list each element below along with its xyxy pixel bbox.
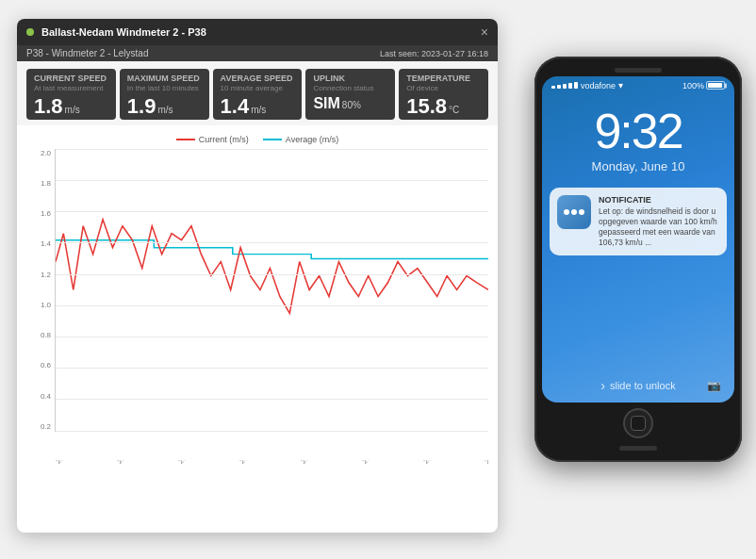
phone-date-display: Monday, June 10 (542, 159, 734, 173)
y-label-3: 1.6 (27, 209, 51, 218)
slide-arrow-icon: › (600, 378, 605, 393)
stat-card-max-speed: Maximum speed In the last 10 minutes 1.9… (120, 69, 209, 120)
wifi-icon: ▾ (618, 80, 623, 90)
window-title: Ballast-Nedam Windmeter 2 - P38 (26, 26, 206, 38)
legend-line-average (263, 139, 282, 140)
stat-unit-current: m/s (65, 105, 80, 115)
grid-line-1 (56, 149, 488, 150)
x-label-4: 27-01-2023 16:11:00 (238, 460, 287, 465)
grid-line-2 (56, 180, 488, 181)
y-label-10: 0.2 (27, 422, 51, 431)
legend-average: Average (m/s) (263, 135, 338, 144)
stat-card-uplink: Uplink Connection status SIM 80% (305, 69, 395, 120)
y-label-8: 0.6 (27, 361, 51, 370)
grid-line-10 (56, 431, 488, 432)
y-label-2: 1.8 (27, 179, 51, 188)
stat-sublabel-current: At last measurement (34, 84, 108, 92)
y-label-5: 1.2 (27, 271, 51, 279)
window-subtitle-bar: P38 - Windmeter 2 - Lelystad Last seen: … (17, 45, 498, 61)
phone-device: vodafone ▾ 100% 9:32 Monday, June 10 (534, 57, 742, 462)
stat-label-avg: Average speed (221, 74, 295, 84)
slide-unlock-text: slide to unlock (610, 380, 676, 391)
phone-carrier: vodafone ▾ (551, 80, 623, 90)
stat-card-temp: Temperature Of device 15.8 °C (399, 69, 488, 120)
grid-line-6 (56, 305, 488, 306)
notification-content: NOTIFICATIE Let op: de windsnelheid is d… (599, 195, 719, 248)
stat-sublabel-avg: 10 minute average (221, 84, 295, 92)
notification-title: NOTIFICATIE (599, 195, 719, 205)
notif-dot-3 (579, 209, 584, 215)
grid-line-4 (56, 242, 488, 243)
x-label-5: 27-01-2023 16:12:00 (300, 460, 348, 465)
grid-line-5 (56, 274, 488, 275)
y-label-6: 1.0 (27, 301, 51, 309)
notif-dot-1 (564, 209, 569, 215)
stats-row: Current speed At last measurement 1.8 m/… (17, 61, 498, 125)
home-button[interactable] (623, 408, 653, 438)
stat-value-avg: 1.4 (221, 96, 250, 117)
stat-label-max: Maximum speed (127, 74, 202, 84)
chart-legend: Current (m/s) Average (m/s) (26, 135, 488, 144)
phone-battery: 100% (682, 81, 725, 90)
battery-percentage: 100% (682, 81, 704, 90)
notification-card: NOTIFICATIE Let op: de windsnelheid is d… (550, 188, 727, 255)
home-button-inner (631, 416, 646, 431)
chart-svg (56, 149, 488, 431)
phone-top-speaker (615, 68, 662, 73)
x-axis: 27-01-2023 16:08:09 27-01-2023 16:09:00 … (55, 460, 488, 467)
chart-container: Current (m/s) Average (m/s) 2.0 1.8 (17, 125, 498, 465)
signal-dot-1 (551, 86, 555, 89)
x-label-7: 27-01-2023 16:14:00 (422, 460, 470, 465)
stat-card-current-speed: Current speed At last measurement 1.8 m/… (26, 69, 116, 120)
window-subtitle-text: P38 - Windmeter 2 - Lelystad (26, 48, 149, 58)
x-label-1: 27-01-2023 16:08:09 (55, 460, 103, 465)
phone-outer-shell: vodafone ▾ 100% 9:32 Monday, June 10 (534, 57, 742, 462)
stat-value-temp: 15.8 (406, 96, 447, 117)
x-label-2: 27-01-2023 16:09:00 (116, 460, 164, 465)
battery-fill (708, 83, 722, 88)
x-label-3: 27-01-2023 16:10:00 (177, 460, 225, 465)
battery-bar (706, 81, 725, 90)
y-axis: 2.0 1.8 1.6 1.4 1.2 1.0 0.8 0.6 0.4 0.2 (27, 149, 51, 431)
stat-card-avg-speed: Average speed 10 minute average 1.4 m/s (213, 69, 303, 120)
last-seen-text: Last seen: 2023-01-27 16:18 (380, 49, 488, 58)
phone-bottom-speaker (619, 446, 657, 451)
battery-tip (725, 83, 727, 88)
x-label-6: 27-01-2023 16:13:00 (361, 460, 409, 465)
window-titlebar: Ballast-Nedam Windmeter 2 - P38 × (17, 19, 498, 45)
y-label-4: 1.4 (27, 239, 51, 248)
y-label-1: 2.0 (27, 149, 51, 157)
grid-line-9 (56, 399, 488, 400)
desktop-window: Ballast-Nedam Windmeter 2 - P38 × P38 - … (17, 19, 498, 533)
grid-line-8 (56, 368, 488, 369)
signal-dot-4 (568, 83, 572, 89)
stat-value-max: 1.9 (127, 96, 156, 117)
stat-sublabel-max: In the last 10 minutes (127, 84, 202, 92)
grid-line-7 (56, 337, 488, 337)
chart-line-current (56, 220, 488, 314)
y-label-7: 0.8 (27, 331, 51, 339)
notif-dot-2 (571, 209, 577, 215)
stat-extra-uplink: 80% (342, 100, 361, 110)
signal-dot-3 (563, 84, 567, 89)
notif-dots (564, 209, 584, 215)
stat-unit-avg: m/s (251, 105, 266, 115)
y-label-9: 0.4 (27, 392, 51, 401)
close-button[interactable]: × (481, 25, 488, 40)
signal-dot-5 (574, 82, 578, 89)
stat-label-temp: Temperature (406, 74, 481, 84)
legend-line-current (176, 139, 195, 140)
grid-line-3 (56, 211, 488, 212)
chart-plot-area: 2.0 1.8 1.6 1.4 1.2 1.0 0.8 0.6 0.4 0.2 (55, 149, 488, 432)
phone-screen: vodafone ▾ 100% 9:32 Monday, June 10 (542, 76, 734, 403)
signal-dot-2 (557, 85, 561, 89)
camera-icon-bottom: 📷 (707, 379, 721, 392)
notification-app-icon (557, 195, 591, 229)
stat-label-uplink: Uplink (313, 74, 387, 84)
stat-label-current: Current speed (34, 74, 108, 84)
stat-unit-temp: °C (449, 105, 459, 115)
status-dot (26, 28, 34, 36)
stat-value-current: 1.8 (34, 96, 63, 117)
slide-to-unlock[interactable]: › slide to unlock 📷 (542, 378, 734, 403)
x-label-8: 27-01-2023 16:15:00 (484, 460, 488, 465)
